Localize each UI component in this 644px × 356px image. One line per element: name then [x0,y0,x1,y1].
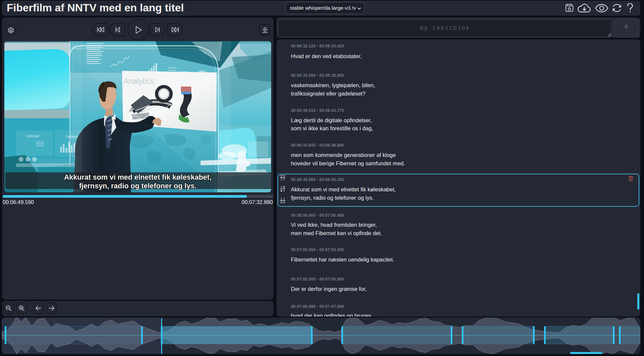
svg-text:fjernsyn, radio og telefoner o: fjernsyn, radio og telefoner og lys. [79,182,196,190]
svg-text:Analytics: Analytics [123,77,154,85]
svg-text:Akkurat som vi med elnettet fi: Akkurat som vi med elnettet fik køleskab… [64,173,212,181]
svg-text:Calendar: Calendar [26,134,39,138]
